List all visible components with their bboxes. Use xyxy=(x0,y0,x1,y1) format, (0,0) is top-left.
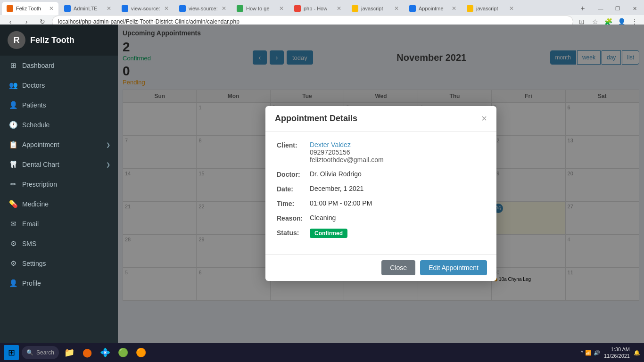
search-icon: 🔍 xyxy=(26,349,33,356)
browser-tabs: Feliz Tooth ✕ AdminLTE ✕ view-source: ✕ … xyxy=(0,0,644,15)
tab-close-button[interactable]: ✕ xyxy=(337,5,341,12)
tab-close-button[interactable]: ✕ xyxy=(49,5,54,12)
taskbar-date: 11/26/2021 xyxy=(604,353,630,359)
notification-icon[interactable]: 🔔 xyxy=(634,350,640,356)
tab-favicon xyxy=(237,5,243,12)
address-text: localhost/php-admin-panel/Feliz-Tooth-Di… xyxy=(58,18,239,25)
taskbar-chrome[interactable]: ⬤ xyxy=(80,345,95,360)
sidebar-item-appointment[interactable]: 📋 Appointment ❯ xyxy=(0,135,118,155)
sidebar-label-patients: Patients xyxy=(22,101,110,109)
modal-overlay[interactable]: Appointment Details × Client: Dexter Val… xyxy=(118,25,644,362)
sidebar-icon-dental-chart: 🦷 xyxy=(9,160,17,169)
tray-up-arrow[interactable]: ^ xyxy=(581,350,583,355)
status-badge: Confirmed xyxy=(310,229,347,238)
modal-body: Client: Dexter Valdez 09297205156 felizt… xyxy=(265,132,496,254)
doctor-row: Doctor: Dr. Olivia Rodrigo xyxy=(277,170,485,178)
sidebar-label-dental-chart: Dental Chart xyxy=(22,161,101,168)
sidebar-icon-prescription: ✏ xyxy=(9,180,17,189)
sidebar-label-doctors: Doctors xyxy=(22,82,110,89)
taskbar-extra2[interactable]: 🟠 xyxy=(133,345,149,360)
new-tab-button[interactable]: + xyxy=(576,2,589,15)
sidebar-item-email[interactable]: ✉ Email xyxy=(0,214,118,234)
sidebar-icon-profile: 👤 xyxy=(9,279,17,288)
browser-tab-tab-adminlte[interactable]: AdminLTE ✕ xyxy=(59,2,116,15)
sidebar-icon-schedule: 🕐 xyxy=(9,121,17,129)
taskbar-clock[interactable]: 1:30 AM 11/26/2021 xyxy=(604,346,630,360)
browser-tab-tab-feliztooth[interactable]: Feliz Tooth ✕ xyxy=(2,2,58,15)
search-placeholder: Search xyxy=(36,349,54,356)
modal-title: Appointment Details xyxy=(275,114,357,123)
sidebar-label-profile: Profile xyxy=(22,280,110,287)
sidebar-icon-doctors: 👥 xyxy=(9,81,17,90)
tab-label: javascript xyxy=(361,6,383,11)
taskbar-right: ^ 📶 🔊 1:30 AM 11/26/2021 🔔 xyxy=(581,346,640,360)
volume-icon: 🔊 xyxy=(594,350,600,356)
client-row: Client: Dexter Valdez 09297205156 felizt… xyxy=(277,141,485,164)
tab-favicon xyxy=(7,5,13,12)
tab-label: AdminLTE xyxy=(74,6,98,11)
tab-close-button[interactable]: ✕ xyxy=(164,5,169,12)
tab-close-button[interactable]: ✕ xyxy=(107,5,111,12)
browser-tab-tab-php[interactable]: php - How ✕ xyxy=(289,2,346,15)
sidebar-item-schedule[interactable]: 🕐 Schedule xyxy=(0,115,118,135)
avatar: R xyxy=(8,31,25,49)
date-value: December, 1 2021 xyxy=(310,185,485,192)
sidebar-item-dashboard[interactable]: ⊞ Dashboard xyxy=(0,56,118,75)
sidebar-item-dental-chart[interactable]: 🦷 Dental Chart ❯ xyxy=(0,155,118,174)
close-modal-button[interactable]: Close xyxy=(381,260,415,275)
sidebar-arrow: ❯ xyxy=(106,142,110,148)
taskbar-search[interactable]: 🔍 Search xyxy=(22,346,59,359)
time-value: 01:00 PM - 02:00 PM xyxy=(310,199,485,207)
tab-close-button[interactable]: ✕ xyxy=(509,5,514,12)
sidebar-icon-email: ✉ xyxy=(9,220,17,228)
taskbar-file-explorer[interactable]: 📁 xyxy=(62,345,77,360)
browser-tab-tab-viewsource1[interactable]: view-source: ✕ xyxy=(117,2,173,15)
close-button[interactable]: ✕ xyxy=(627,3,642,14)
taskbar-extra1[interactable]: 🟢 xyxy=(116,345,131,360)
sidebar-item-medicine[interactable]: 💊 Medicine xyxy=(0,194,118,214)
status-value: Confirmed xyxy=(310,229,485,238)
edit-appointment-button[interactable]: Edit Appointment xyxy=(420,260,487,275)
tab-close-button[interactable]: ✕ xyxy=(394,5,399,12)
tab-favicon xyxy=(294,5,301,12)
start-button[interactable]: ⊞ xyxy=(4,345,19,360)
taskbar-vscode[interactable]: 💠 xyxy=(98,345,113,360)
sidebar-label-dashboard: Dashboard xyxy=(22,62,110,69)
reason-value: Cleaning xyxy=(310,214,485,222)
browser-tab-tab-appointments[interactable]: Appointme ✕ xyxy=(405,2,461,15)
tab-close-button[interactable]: ✕ xyxy=(279,5,284,12)
maximize-button[interactable]: ❐ xyxy=(610,3,625,14)
browser-tab-tab-javascript2[interactable]: javascript ✕ xyxy=(462,2,519,15)
date-label: Date: xyxy=(277,185,310,193)
sidebar-item-prescription[interactable]: ✏ Prescription xyxy=(0,174,118,194)
minimize-button[interactable]: — xyxy=(593,3,608,14)
app-container: R Feliz Tooth ⊞ Dashboard 👥 Doctors 👤 Pa… xyxy=(0,25,644,362)
sidebar-item-settings[interactable]: ⚙ Settings xyxy=(0,254,118,273)
sidebar-label-appointment: Appointment xyxy=(22,141,101,148)
doctor-label: Doctor: xyxy=(277,170,310,178)
sidebar-item-profile[interactable]: 👤 Profile xyxy=(0,273,118,293)
sidebar-item-patients[interactable]: 👤 Patients xyxy=(0,95,118,115)
sidebar-item-sms[interactable]: ⚙ SMS xyxy=(0,234,118,254)
sidebar-label-settings: Settings xyxy=(22,260,110,267)
client-value: Dexter Valdez 09297205156 feliztoothdev@… xyxy=(310,141,485,164)
tab-label: Feliz Tooth xyxy=(16,6,41,11)
sidebar-item-doctors[interactable]: 👥 Doctors xyxy=(0,75,118,95)
browser-tab-tab-howto[interactable]: How to ge ✕ xyxy=(232,2,289,15)
browser-tab-tab-javascript1[interactable]: javascript ✕ xyxy=(347,2,404,15)
client-label: Client: xyxy=(277,141,310,149)
taskbar: ⊞ 🔍 Search 📁 ⬤ 💠 🟢 🟠 ^ 📶 🔊 1:30 AM 11/26… xyxy=(0,343,644,362)
sidebar-label-schedule: Schedule xyxy=(22,121,110,129)
browser-tab-tab-viewsource2[interactable]: view-source: ✕ xyxy=(174,2,231,15)
tab-favicon xyxy=(352,5,358,12)
tab-close-button[interactable]: ✕ xyxy=(452,5,456,12)
tab-label: view-source: xyxy=(189,6,218,11)
tab-label: How to ge xyxy=(246,6,270,11)
tab-close-button[interactable]: ✕ xyxy=(222,5,226,12)
modal-close-x-button[interactable]: × xyxy=(481,114,487,123)
reason-label: Reason: xyxy=(277,214,310,222)
client-name[interactable]: Dexter Valdez xyxy=(310,141,351,148)
sidebar-label-email: Email xyxy=(22,220,110,228)
modal-header: Appointment Details × xyxy=(265,106,496,132)
browser-chrome: Feliz Tooth ✕ AdminLTE ✕ view-source: ✕ … xyxy=(0,0,644,25)
